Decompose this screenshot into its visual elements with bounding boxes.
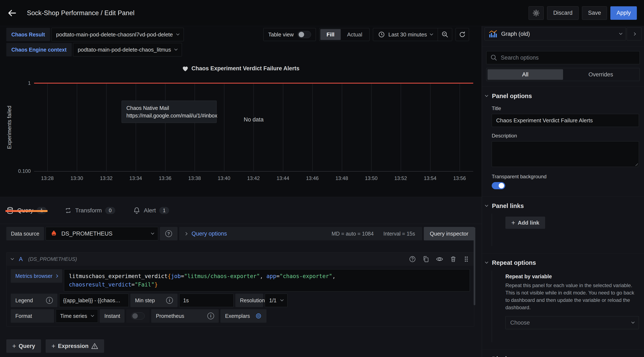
add-query-button[interactable]: + Query [6,339,41,353]
time-range-picker[interactable]: Last 30 minutes [373,31,438,38]
chart-plot-area[interactable]: 1 0.100 No data [34,83,473,172]
tooltip-link-url[interactable]: https://mail.google.com/mail/u/1/#inbox [126,112,212,119]
panel-options-section: Panel options Title Description Transpar… [482,87,644,197]
exemplars-icon [255,312,262,319]
legend-options-row: Legend i Min step i Resolution 1/1 [11,294,470,307]
query-inspector-button[interactable]: Query inspector [424,227,474,240]
repeat-variable-select[interactable]: Choose [506,316,639,329]
exemplars-control[interactable]: Exemplars [220,309,266,323]
variable-row: Chaos Engine context podtato-main-pod-de… [6,43,184,56]
no-data-message: No data [34,116,473,123]
query-row-header[interactable]: A (DS_PROMETHEUS) [6,252,474,266]
chevron-right-icon [184,232,188,235]
variable-value: podtato-main-pod-delete-chaosnl7vd-pod-d… [56,31,173,38]
toggle-viz-picker-button[interactable] [627,27,642,41]
editor-tabs: Query 1 Transform 0 [0,197,482,224]
zoom-out-button[interactable] [438,28,452,41]
x-tick-label: 13:32 [100,175,112,181]
tab-alert[interactable]: Alert 1 [133,197,169,224]
datasource-select[interactable]: DS_PROMETHEUS [46,227,158,240]
help-icon[interactable] [409,255,416,263]
table-view-label: Table view [268,31,294,38]
options-search-input[interactable] [501,55,636,61]
drag-handle-icon[interactable] [463,255,470,263]
gridline [460,83,460,171]
instant-toggle[interactable] [131,312,145,319]
question-circle-icon: ? [165,230,172,237]
display-header[interactable]: Display [486,355,639,357]
legend-format-input[interactable] [59,294,129,307]
query-options-summary: MD = auto = 1084 Interval = 15s [332,231,417,237]
table-view-toggle[interactable] [298,31,311,38]
min-step-label: Min step i [130,294,178,307]
query-footer-buttons: + Query + Expression [6,339,474,353]
transform-icon [64,207,72,214]
add-link-button[interactable]: + Add link [506,217,545,229]
datasource-value: DS_PROMETHEUS [62,230,112,237]
variable-chaos-result-dropdown[interactable]: podtato-main-pod-delete-chaosnl7vd-pod-d… [51,28,184,41]
format-select[interactable]: Time series [56,309,98,323]
visualization-picker[interactable]: Graph (old) [484,27,626,41]
tab-label: Alert [144,207,156,214]
query-row-actions [409,255,470,263]
add-expression-button[interactable]: + Expression [46,339,104,353]
panel-title-row: Chaos Experiment Verdict Failure Alerts [0,65,482,72]
transparent-background-toggle[interactable] [492,182,505,189]
fill-option[interactable]: Fill [320,29,341,40]
chevron-down-icon [280,298,284,301]
tab-transform[interactable]: Transform 0 [64,197,115,224]
gridline [165,83,166,171]
x-tick-label: 13:34 [129,175,142,181]
refresh-button[interactable] [456,28,469,41]
duplicate-icon[interactable] [422,255,430,263]
tab-all-options[interactable]: All [488,69,563,80]
back-arrow-icon [7,8,17,18]
resolution-select[interactable]: 1/1 [265,294,288,307]
panel-options-header[interactable]: Panel options [486,93,639,100]
gridline [106,83,107,171]
x-tick-label: 13:48 [336,175,348,181]
repeat-by-variable-label: Repeat by variable [506,273,639,279]
tab-label: Transform [75,207,102,214]
query-options-collapse[interactable]: Query options MD = auto = 1084 Interval … [179,227,422,240]
trash-icon[interactable] [450,255,457,263]
fill-actual-switch: Fill Actual [319,28,370,41]
panel-links-header[interactable]: Panel links [486,202,639,209]
section-title: Panel options [492,93,532,100]
format-label: Format [11,309,54,323]
info-icon: i [166,297,173,304]
x-tick-label: 13:56 [453,175,466,181]
actual-option[interactable]: Actual [341,29,368,40]
metrics-browser-button[interactable]: Metrics browser [11,269,62,283]
plus-icon: + [511,219,515,226]
datasource-help-button[interactable]: ? [160,227,178,240]
editor-scrollbar[interactable] [474,227,475,305]
tab-query[interactable]: Query 1 [6,197,47,224]
discard-button[interactable]: Discard [547,6,578,20]
panel-title-input[interactable] [492,114,639,127]
panel-settings-button[interactable] [528,6,544,20]
promql-code[interactable]: litmuschaos_experiment_verdict{job="litm… [64,269,470,291]
gridline [312,83,313,171]
save-button[interactable]: Save [582,6,607,20]
clock-icon [378,31,385,38]
gridline [430,83,430,171]
refresh-icon [459,31,466,38]
tab-overrides[interactable]: Overrides [563,69,638,80]
metrics-browser-label: Metrics browser [15,273,52,279]
back-button[interactable] [7,6,22,21]
apply-button[interactable]: Apply [610,6,637,20]
repeat-description: Repeat this panel for each value in the … [506,282,639,311]
panel-description-input[interactable] [492,141,639,167]
variable-chaos-engine-dropdown[interactable]: podtato-main-pod-delete-chaos_litmus [73,43,182,56]
eye-icon[interactable] [436,255,443,263]
display-section: Display Bars [482,350,644,357]
chevron-down-icon [632,320,635,323]
search-icon [490,54,498,61]
repeat-options-header[interactable]: Repeat options [486,259,639,266]
gridline [283,83,283,171]
query-ref-id: A [19,256,23,262]
min-step-input[interactable] [179,294,234,307]
tooltip-link-title[interactable]: Chaos Native Mail [126,104,212,112]
plus-icon: + [12,343,16,349]
